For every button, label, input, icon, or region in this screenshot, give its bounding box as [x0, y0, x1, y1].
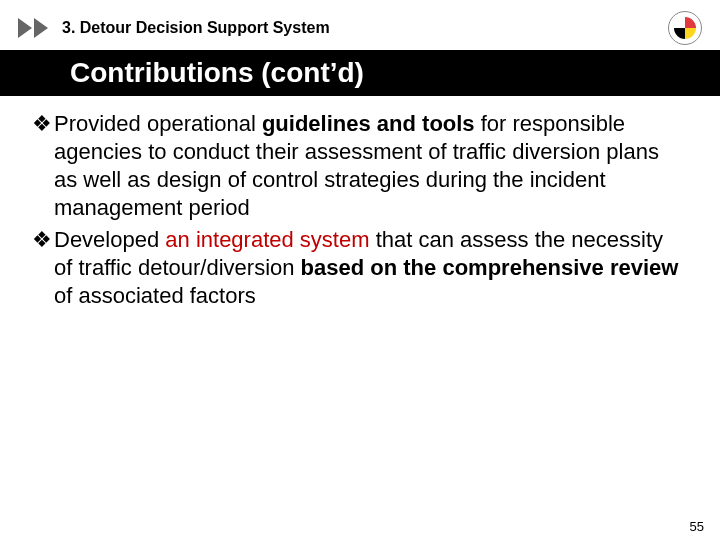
- top-row: 3. Detour Decision Support System: [18, 12, 702, 44]
- slide: 3. Detour Decision Support System Contri…: [0, 0, 720, 540]
- slide-title: Contributions (cont’d): [70, 57, 364, 89]
- text-segment: based on the comprehensive review: [301, 255, 679, 280]
- title-bar: Contributions (cont’d): [0, 50, 720, 96]
- arrows-decoration: [18, 18, 48, 38]
- text-segment: guidelines and tools: [262, 111, 475, 136]
- bullet-text: Developed an integrated system that can …: [54, 226, 680, 310]
- seal-quadrants-icon: [674, 17, 696, 39]
- bullet-text: Provided operational guidelines and tool…: [54, 110, 680, 222]
- diamond-bullet-icon: ❖: [32, 226, 54, 310]
- section-label: 3. Detour Decision Support System: [62, 19, 330, 37]
- triangle-icon: [18, 18, 32, 38]
- triangle-icon: [34, 18, 48, 38]
- text-segment: an integrated system: [165, 227, 369, 252]
- page-number: 55: [690, 519, 704, 534]
- bullet-item: ❖ Developed an integrated system that ca…: [32, 226, 680, 310]
- bullet-item: ❖ Provided operational guidelines and to…: [32, 110, 680, 222]
- text-segment: Provided operational: [54, 111, 262, 136]
- body: ❖ Provided operational guidelines and to…: [32, 110, 680, 314]
- university-seal-icon: [668, 11, 702, 45]
- text-segment: of associated factors: [54, 283, 256, 308]
- text-segment: Developed: [54, 227, 165, 252]
- diamond-bullet-icon: ❖: [32, 110, 54, 222]
